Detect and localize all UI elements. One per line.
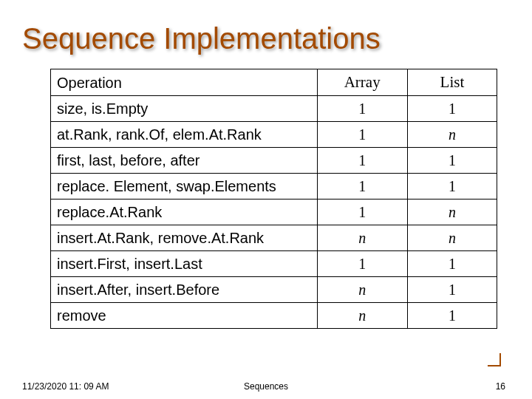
table-row: replace.At.Rank1n	[51, 200, 497, 225]
cell-operation: insert.At.Rank, remove.At.Rank	[51, 225, 318, 251]
cell-operation: replace. Element, swap.Elements	[51, 174, 318, 200]
cell-operation: first, last, before, after	[51, 148, 318, 174]
cell-array: 1	[317, 251, 407, 277]
complexity-table: Operation Array List size, is.Empty11at.…	[50, 69, 497, 329]
cell-array: 1	[317, 200, 407, 225]
cell-array: 1	[317, 148, 407, 174]
table-row: size, is.Empty11	[51, 96, 497, 122]
table-header-row: Operation Array List	[51, 69, 497, 96]
cell-list: 1	[407, 96, 497, 122]
cell-list: 1	[407, 303, 497, 329]
table-row: insert.At.Rank, remove.At.Ranknn	[51, 225, 497, 251]
cell-operation: remove	[51, 303, 318, 329]
cell-list: 1	[407, 277, 497, 303]
col-header-list: List	[407, 69, 497, 96]
table-row: insert.First, insert.Last11	[51, 251, 497, 277]
cell-array: n	[317, 225, 407, 251]
table-row: first, last, before, after11	[51, 148, 497, 174]
table-row: at.Rank, rank.Of, elem.At.Rank1n	[51, 122, 497, 148]
cell-list: 1	[407, 251, 497, 277]
cell-operation: insert.First, insert.Last	[51, 251, 318, 277]
cell-operation: size, is.Empty	[51, 96, 318, 122]
cell-operation: replace.At.Rank	[51, 200, 318, 225]
table-row: insert.After, insert.Beforen1	[51, 277, 497, 303]
table-row: replace. Element, swap.Elements11	[51, 174, 497, 200]
cell-list: n	[407, 122, 497, 148]
slide-title: Sequence Implementations	[22, 22, 502, 55]
footer-page-number: 16	[496, 381, 505, 392]
table-body: size, is.Empty11at.Rank, rank.Of, elem.A…	[51, 96, 497, 329]
table-row: removen1	[51, 303, 497, 329]
col-header-operation: Operation	[51, 69, 318, 96]
cell-operation: insert.After, insert.Before	[51, 277, 318, 303]
cell-list: n	[407, 200, 497, 225]
cell-array: 1	[317, 96, 407, 122]
cell-list: 1	[407, 174, 497, 200]
cell-operation: at.Rank, rank.Of, elem.At.Rank	[51, 122, 318, 148]
corner-decoration	[486, 352, 501, 366]
cell-array: n	[317, 277, 407, 303]
cell-array: 1	[317, 174, 407, 200]
cell-list: 1	[407, 148, 497, 174]
cell-array: 1	[317, 122, 407, 148]
footer-center: Sequences	[22, 381, 510, 392]
cell-list: n	[407, 225, 497, 251]
cell-array: n	[317, 303, 407, 329]
col-header-array: Array	[317, 69, 407, 96]
slide: Sequence Implementations Operation Array…	[0, 0, 532, 399]
